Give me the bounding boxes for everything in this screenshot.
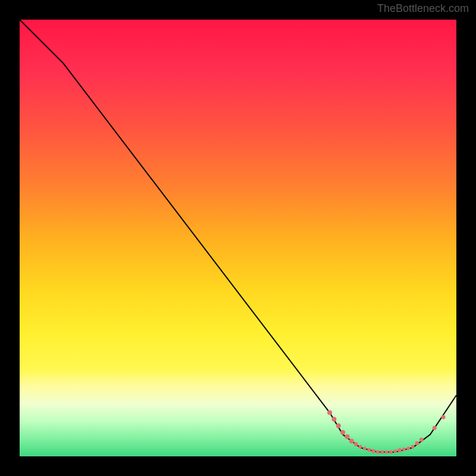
data-point xyxy=(349,439,354,443)
data-point xyxy=(411,445,415,449)
data-point xyxy=(441,415,445,419)
data-point xyxy=(359,445,362,449)
data-point xyxy=(406,447,410,450)
chart-svg xyxy=(20,20,456,456)
chart-line xyxy=(20,20,456,452)
data-point xyxy=(340,430,345,435)
data-point xyxy=(345,434,350,439)
data-point xyxy=(397,448,402,452)
data-point xyxy=(402,447,406,451)
data-point xyxy=(415,441,419,445)
data-point xyxy=(354,442,358,446)
data-point xyxy=(433,426,437,430)
data-point xyxy=(331,417,336,422)
data-point xyxy=(389,450,393,454)
data-point xyxy=(380,450,384,454)
data-point xyxy=(367,448,371,452)
watermark-text: TheBottleneck.com xyxy=(377,2,469,15)
data-point xyxy=(385,450,389,454)
data-point xyxy=(393,449,397,453)
data-point xyxy=(336,424,341,428)
data-point xyxy=(363,447,367,450)
chart-container xyxy=(20,20,456,456)
data-point xyxy=(376,450,380,454)
data-points-group xyxy=(327,411,445,454)
data-point xyxy=(371,449,375,453)
data-point xyxy=(327,411,332,415)
data-point xyxy=(419,438,424,442)
